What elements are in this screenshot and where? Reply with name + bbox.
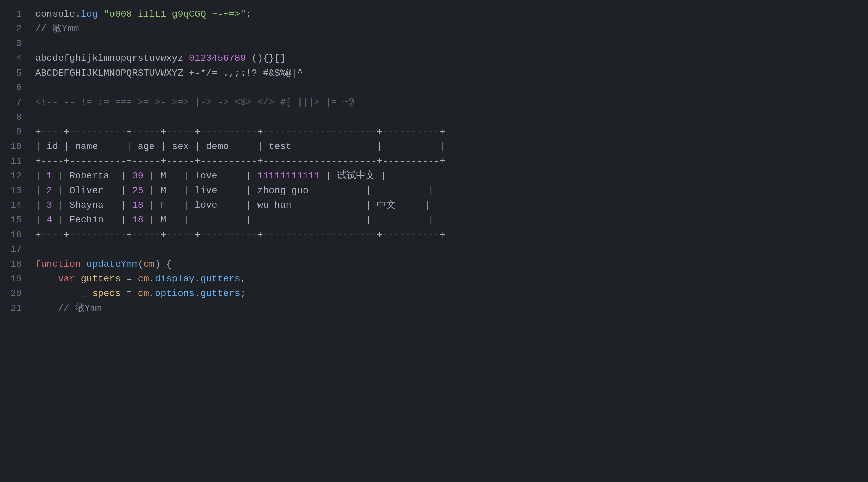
line-num-21: 21 <box>8 301 22 316</box>
code-line-6 <box>35 80 860 95</box>
code-line-12: | 1 | Roberta | 39 | M | love | 11111111… <box>35 168 860 183</box>
line-num-11: 11 <box>8 154 22 168</box>
code-line-3 <box>35 36 860 51</box>
code-line-8 <box>35 110 860 124</box>
line-num-5: 5 <box>8 66 22 80</box>
line-num-7: 7 <box>8 95 22 109</box>
code-line-2: // 敏Ymm <box>35 21 860 36</box>
code-line-11: +----+----------+-----+-----+----------+… <box>35 154 860 168</box>
line-num-14: 14 <box>8 198 22 213</box>
line-num-6: 6 <box>8 80 22 95</box>
code-line-4: abcdefghijklmnopqrstuvwxyz 0123456789 ()… <box>35 51 860 65</box>
code-line-13: | 2 | Oliver | 25 | M | live | zhong guo… <box>35 183 860 198</box>
line-numbers: 1 2 3 4 5 6 7 8 9 10 11 12 13 14 15 16 1… <box>0 0 27 482</box>
line-num-10: 10 <box>8 139 22 154</box>
line-num-15: 15 <box>8 213 22 227</box>
code-line-10: | id | name | age | sex | demo | test | … <box>35 139 860 154</box>
code-line-15: | 4 | Fechin | 18 | M | | | | <box>35 213 860 227</box>
line-num-8: 8 <box>8 110 22 124</box>
line-num-4: 4 <box>8 51 22 65</box>
code-line-18: function updateYmm(cm) { <box>35 257 860 272</box>
code-line-16: +----+----------+-----+-----+----------+… <box>35 227 860 242</box>
line-num-1: 1 <box>8 7 22 21</box>
line-num-9: 9 <box>8 124 22 139</box>
code-line-17 <box>35 242 860 257</box>
line-num-2: 2 <box>8 21 22 36</box>
code-line-14: | 3 | Shayna | 18 | F | love | wu han | … <box>35 198 860 213</box>
line-num-16: 16 <box>8 227 22 242</box>
code-line-20: __specs = cm.options.gutters; <box>35 286 860 301</box>
code-line-19: var gutters = cm.display.gutters, <box>35 272 860 286</box>
code-line-9: +----+----------+-----+-----+----------+… <box>35 124 860 139</box>
line-num-3: 3 <box>8 36 22 51</box>
line-num-18: 18 <box>8 257 22 272</box>
line-num-19: 19 <box>8 272 22 286</box>
line-num-17: 17 <box>8 242 22 257</box>
code-line-5: ABCDEFGHIJKLMNOPQRSTUVWXYZ +-*/= .,;:!? … <box>35 66 860 80</box>
line-num-20: 20 <box>8 286 22 301</box>
editor-container: 1 2 3 4 5 6 7 8 9 10 11 12 13 14 15 16 1… <box>0 0 868 482</box>
code-line-21: // 敏Ymm <box>35 301 860 316</box>
line-num-13: 13 <box>8 183 22 198</box>
code-area[interactable]: console.log "o008 iIlL1 g9qCGQ ~-+=>"; /… <box>27 0 868 482</box>
code-line-7: <!-- -- != := === >= >- >=> |-> -> <$> <… <box>35 95 860 109</box>
line-num-12: 12 <box>8 168 22 183</box>
code-line-1: console.log "o008 iIlL1 g9qCGQ ~-+=>"; <box>35 7 860 21</box>
